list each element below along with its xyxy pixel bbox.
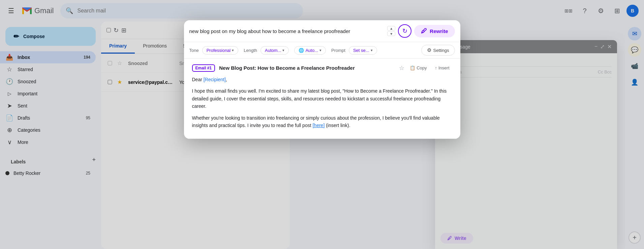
prompt-bar: ▲ ▼ ↻ 🖊 Rewrite — [184, 20, 460, 42]
prompt-select[interactable]: Set se... ▾ — [349, 46, 377, 55]
tone-label: Tone — [189, 48, 199, 53]
prompt-chevron-icon: ▾ — [371, 48, 373, 53]
language-chevron-icon: ▾ — [319, 48, 321, 53]
prompt-input[interactable] — [189, 28, 385, 34]
language-value: Auto... — [305, 48, 318, 53]
settings-gear-icon: ⚙ — [427, 47, 431, 53]
scroll-up-button[interactable]: ▲ — [387, 26, 395, 31]
email-result-title: New Blog Post: How to Become a Freelance… — [219, 65, 395, 71]
modal-overlay: ▲ ▼ ↻ 🖊 Rewrite Tone Professional ▾ Leng… — [0, 0, 644, 249]
result-actions: ☆ 📋 Copy ↑ Insert — [399, 64, 452, 72]
tone-chevron-icon: ▾ — [232, 48, 234, 53]
copy-label: Copy — [417, 65, 427, 70]
rewrite-label: Rewrite — [430, 28, 448, 34]
prompt-label: Prompt — [331, 48, 345, 53]
email-body: Dear [Recipient], I hope this email find… — [192, 76, 452, 129]
length-value: Autom... — [265, 48, 281, 53]
email-result-header: Email #1 New Blog Post: How to Become a … — [192, 64, 452, 72]
options-bar: Tone Professional ▾ Length Autom... ▾ 🌐 … — [184, 42, 460, 59]
tone-value: Professional — [207, 48, 231, 53]
insert-button[interactable]: ↑ Insert — [432, 64, 452, 72]
recipient-placeholder: [Recipient] — [204, 77, 226, 82]
copy-icon: 📋 — [410, 65, 415, 70]
prompt-value: Set se... — [353, 48, 369, 53]
email-link[interactable]: [here] — [312, 123, 325, 128]
insert-icon: ↑ — [435, 65, 437, 70]
email-result-1: Email #1 New Blog Post: How to Become a … — [184, 59, 460, 139]
refresh-icon: ↻ — [402, 27, 407, 35]
length-select[interactable]: Autom... ▾ — [260, 46, 289, 55]
scroll-down-button[interactable]: ▼ — [387, 31, 395, 36]
email-tag: Email #1 — [192, 64, 215, 72]
scroll-controls: ▲ ▼ — [387, 26, 395, 36]
settings-label: Settings — [433, 48, 449, 53]
copy-button[interactable]: 📋 Copy — [407, 64, 429, 72]
refresh-button[interactable]: ↻ — [398, 24, 411, 38]
results-area[interactable]: Email #1 New Blog Post: How to Become a … — [184, 59, 460, 139]
rewrite-gem-icon: 🖊 — [421, 28, 427, 35]
length-label: Length — [244, 48, 257, 53]
tone-select[interactable]: Professional ▾ — [202, 46, 239, 55]
translate-icon: 🌐 — [299, 48, 304, 53]
language-select[interactable]: 🌐 Auto... ▾ — [294, 46, 326, 55]
settings-button[interactable]: ⚙ Settings — [421, 45, 455, 56]
rewrite-button[interactable]: 🖊 Rewrite — [414, 25, 455, 37]
insert-label: Insert — [438, 65, 450, 70]
favorite-button[interactable]: ☆ — [399, 64, 404, 72]
ai-panel: ▲ ▼ ↻ 🖊 Rewrite Tone Professional ▾ Leng… — [184, 20, 460, 139]
length-chevron-icon: ▾ — [282, 48, 284, 53]
